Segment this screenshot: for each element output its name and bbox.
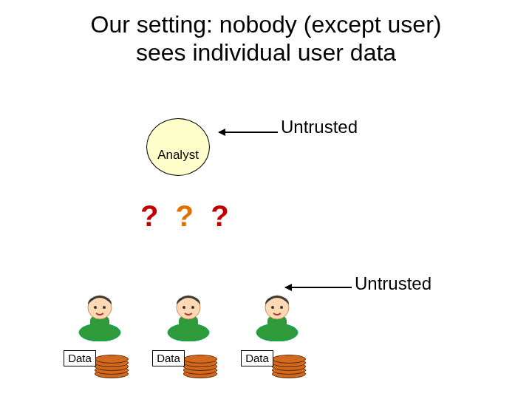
question-mark-2: ? xyxy=(176,200,198,232)
analyst-circle-icon xyxy=(146,118,210,176)
database-icon xyxy=(95,355,129,377)
user-figure-2: Data xyxy=(148,296,229,344)
user-figure-3: Data xyxy=(236,296,318,344)
person-icon xyxy=(74,290,126,341)
svg-point-14 xyxy=(280,306,283,309)
data-label-box: Data xyxy=(152,350,185,366)
svg-point-13 xyxy=(271,306,274,309)
data-label-box: Data xyxy=(64,350,96,366)
database-icon xyxy=(183,355,217,377)
arrow-to-analyst-icon xyxy=(219,132,278,133)
person-icon xyxy=(163,290,214,341)
title-line-2: sees individual user data xyxy=(0,38,532,66)
svg-point-9 xyxy=(191,306,194,309)
arrow-to-users-icon xyxy=(285,287,352,288)
data-label-box: Data xyxy=(241,350,273,366)
question-marks: ? ? ? xyxy=(140,200,233,233)
analyst-node: Analyst xyxy=(145,118,211,176)
title-line-1: Our setting: nobody (except user) xyxy=(91,11,442,38)
question-mark-3: ? xyxy=(211,200,233,232)
analyst-label: Analyst xyxy=(157,148,199,163)
person-icon xyxy=(251,290,303,341)
user-figure-1: Data xyxy=(59,296,140,344)
untrusted-label-users: Untrusted xyxy=(355,273,432,294)
svg-point-3 xyxy=(94,306,97,309)
untrusted-label-analyst: Untrusted xyxy=(281,117,358,137)
slide-title: Our setting: nobody (except user) sees i… xyxy=(0,10,532,67)
question-mark-1: ? xyxy=(140,200,163,232)
svg-point-8 xyxy=(183,306,185,309)
svg-point-4 xyxy=(103,306,106,309)
database-icon xyxy=(272,355,306,377)
